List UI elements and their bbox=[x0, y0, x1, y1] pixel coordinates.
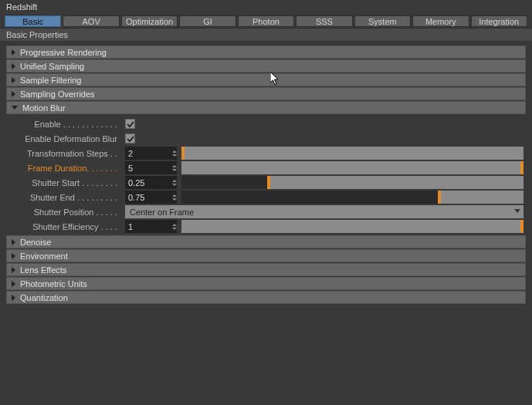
shutter-end-input[interactable] bbox=[125, 191, 171, 204]
chevron-right-icon bbox=[12, 281, 15, 287]
tab-optimization[interactable]: Optimization bbox=[121, 15, 178, 27]
group-quantization[interactable]: Quantization bbox=[6, 291, 526, 304]
group-progressive-rendering[interactable]: Progressive Rendering bbox=[6, 46, 526, 59]
shutter-position-label: Shutter Position . . . . . bbox=[6, 208, 120, 217]
chevron-down-icon bbox=[514, 209, 520, 213]
shutter-end-label: Shutter End . . . . . . . . . bbox=[6, 193, 120, 202]
chevron-right-icon bbox=[12, 295, 15, 301]
group-label: Denoise bbox=[20, 238, 51, 247]
tab-basic[interactable]: Basic bbox=[5, 15, 61, 27]
frame-duration-label: Frame Duration. . . . . . . bbox=[6, 164, 120, 173]
group-lens-effects[interactable]: Lens Effects bbox=[6, 263, 526, 276]
chevron-right-icon bbox=[12, 239, 15, 245]
section-header: Basic Properties bbox=[0, 28, 532, 41]
shutter-efficiency-slider[interactable] bbox=[181, 220, 524, 233]
properties-panel: Progressive Rendering Unified Sampling S… bbox=[0, 41, 532, 312]
enable-label: Enable . . . . . . . . . . . . bbox=[6, 120, 120, 129]
group-sample-filtering[interactable]: Sample Filtering bbox=[6, 73, 526, 86]
tab-integration[interactable]: Integration bbox=[471, 15, 527, 27]
shutter-start-label: Shutter Start . . . . . . . . bbox=[6, 178, 120, 187]
shutter-position-value: Center on Frame bbox=[130, 208, 194, 217]
group-sampling-overrides[interactable]: Sampling Overrides bbox=[6, 87, 526, 100]
shutter-end-spinner[interactable] bbox=[171, 191, 177, 204]
group-photometric-units[interactable]: Photometric Units bbox=[6, 277, 526, 290]
group-motion-blur[interactable]: Motion Blur bbox=[6, 101, 526, 114]
group-label: Quantization bbox=[20, 293, 68, 302]
enable-checkbox[interactable] bbox=[125, 119, 135, 129]
shutter-start-spinner[interactable] bbox=[171, 176, 177, 189]
tab-photon[interactable]: Photon bbox=[238, 15, 294, 27]
group-label: Sampling Overrides bbox=[20, 89, 95, 99]
group-label: Motion Blur bbox=[22, 103, 66, 113]
frame-duration-spinner[interactable] bbox=[171, 161, 177, 174]
tab-memory[interactable]: Memory bbox=[412, 15, 469, 27]
chevron-down-icon bbox=[12, 106, 18, 110]
motion-blur-body: Enable . . . . . . . . . . . . Enable De… bbox=[6, 115, 526, 235]
frame-duration-input[interactable] bbox=[125, 161, 171, 174]
transformation-steps-label: Transformation Steps . . bbox=[6, 149, 120, 158]
tab-system[interactable]: System bbox=[354, 15, 411, 27]
shutter-start-slider[interactable] bbox=[181, 176, 524, 189]
shutter-end-slider[interactable] bbox=[181, 191, 524, 204]
chevron-right-icon bbox=[12, 253, 15, 259]
chevron-right-icon bbox=[12, 49, 15, 56]
frame-duration-slider[interactable] bbox=[181, 161, 524, 174]
chevron-right-icon bbox=[12, 77, 15, 83]
chevron-right-icon bbox=[12, 267, 15, 273]
shutter-efficiency-label: Shutter Efficiency . . . . bbox=[6, 222, 120, 231]
group-label: Environment bbox=[20, 251, 68, 261]
group-denoise[interactable]: Denoise bbox=[6, 235, 526, 248]
chevron-right-icon bbox=[12, 63, 15, 69]
group-label: Unified Sampling bbox=[20, 62, 84, 71]
transformation-steps-spinner[interactable] bbox=[171, 147, 177, 160]
tab-aov[interactable]: AOV bbox=[63, 15, 119, 27]
group-label: Sample Filtering bbox=[20, 76, 81, 85]
group-label: Photometric Units bbox=[20, 279, 87, 289]
group-environment[interactable]: Environment bbox=[6, 249, 526, 262]
group-label: Progressive Rendering bbox=[20, 48, 107, 57]
tab-bar: Basic AOV Optimization GI Photon SSS Sys… bbox=[0, 14, 532, 28]
enable-deformation-checkbox[interactable] bbox=[125, 133, 135, 143]
chevron-right-icon bbox=[12, 91, 15, 97]
transformation-steps-slider[interactable] bbox=[181, 147, 524, 160]
shutter-efficiency-input[interactable] bbox=[125, 220, 171, 233]
tab-gi[interactable]: GI bbox=[179, 15, 236, 27]
shutter-start-input[interactable] bbox=[125, 176, 171, 189]
enable-deformation-label: Enable Deformation Blur bbox=[6, 134, 120, 143]
transformation-steps-input[interactable] bbox=[125, 147, 171, 160]
shutter-position-select[interactable]: Center on Frame bbox=[125, 205, 524, 218]
group-label: Lens Effects bbox=[20, 265, 66, 275]
shutter-efficiency-spinner[interactable] bbox=[171, 220, 177, 233]
group-unified-sampling[interactable]: Unified Sampling bbox=[6, 59, 526, 73]
tab-sss[interactable]: SSS bbox=[296, 15, 352, 27]
window-title: Redshift bbox=[0, 0, 532, 14]
